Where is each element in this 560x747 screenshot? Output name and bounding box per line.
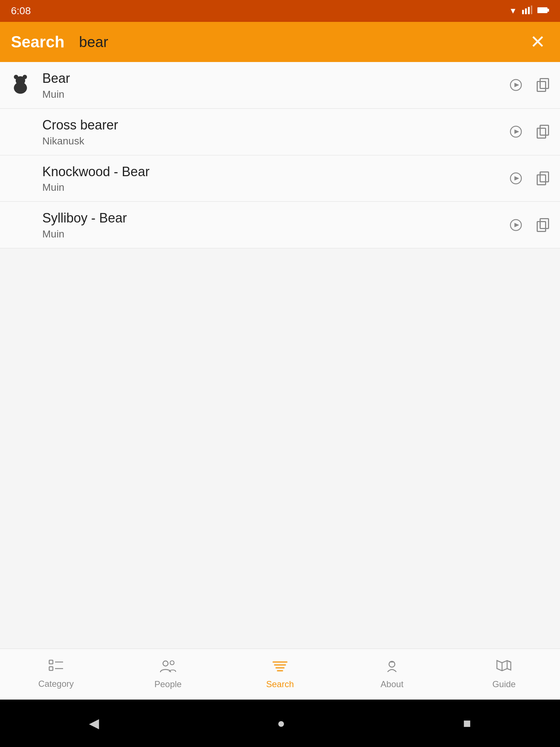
search-input[interactable] — [79, 34, 526, 50]
play-audio-button[interactable] — [506, 215, 526, 235]
signal-icon — [522, 5, 532, 16]
nav-label-category: Category — [38, 679, 74, 689]
item-avatar — [7, 72, 34, 98]
back-button[interactable]: ◀ — [74, 712, 114, 735]
system-nav-bar: ◀ ● ■ — [0, 700, 560, 747]
search-header-title: Search — [11, 33, 65, 51]
svg-point-23 — [170, 661, 174, 665]
copy-button[interactable] — [533, 214, 553, 236]
copy-button[interactable] — [533, 74, 553, 96]
item-text: Sylliboy - Bear Muin — [42, 210, 506, 240]
list-item: Bear Muin — [0, 62, 560, 109]
item-avatar-empty — [7, 119, 34, 145]
wifi-icon: ▼ — [509, 6, 517, 16]
nav-label-search: Search — [266, 679, 294, 689]
svg-point-9 — [23, 75, 27, 79]
item-title: Sylliboy - Bear — [42, 210, 506, 227]
list-item: Cross bearer Nikanusk — [0, 109, 560, 155]
svg-rect-2 — [528, 7, 530, 14]
svg-rect-5 — [548, 9, 549, 12]
battery-icon — [537, 6, 549, 16]
copy-button[interactable] — [533, 168, 553, 189]
nav-item-search[interactable]: Search — [224, 659, 336, 689]
nav-item-guide[interactable]: Guide — [448, 659, 560, 689]
play-audio-button[interactable] — [506, 75, 526, 95]
results-list: Bear Muin Cross bearer Nikanusk — [0, 62, 560, 649]
svg-rect-20 — [49, 667, 53, 670]
nav-item-people[interactable]: People — [112, 659, 224, 689]
item-avatar-empty — [7, 165, 34, 191]
play-audio-button[interactable] — [506, 169, 526, 188]
svg-rect-0 — [522, 10, 524, 14]
nav-label-people: People — [154, 679, 182, 689]
item-actions — [506, 121, 553, 142]
item-subtitle: Muin — [42, 182, 506, 193]
list-item: Sylliboy - Bear Muin — [0, 202, 560, 248]
recents-button[interactable]: ■ — [448, 712, 486, 735]
play-audio-button[interactable] — [506, 122, 526, 142]
bottom-nav: Category People Search — [0, 649, 560, 700]
status-bar: 6:08 ▼ — [0, 0, 560, 22]
svg-rect-18 — [49, 660, 53, 664]
item-actions — [506, 214, 553, 236]
item-text: Cross bearer Nikanusk — [42, 117, 506, 147]
nav-label-about: About — [381, 679, 404, 689]
item-avatar-empty — [7, 212, 34, 238]
status-icons: ▼ — [509, 5, 549, 16]
svg-rect-4 — [537, 8, 547, 13]
item-subtitle: Nikanusk — [42, 135, 506, 147]
svg-marker-11 — [514, 83, 519, 87]
nav-item-about[interactable]: About — [336, 659, 448, 689]
item-title: Bear — [42, 70, 506, 87]
guide-icon — [495, 659, 512, 676]
status-time: 6:08 — [11, 5, 31, 17]
list-item: Knockwood - Bear Muin — [0, 155, 560, 202]
home-button[interactable]: ● — [262, 712, 300, 735]
search-nav-icon — [272, 659, 288, 676]
svg-marker-17 — [514, 223, 519, 227]
about-icon — [384, 659, 400, 676]
item-title: Knockwood - Bear — [42, 163, 506, 181]
item-actions — [506, 168, 553, 189]
item-actions — [506, 74, 553, 96]
svg-marker-15 — [514, 176, 519, 181]
svg-point-22 — [163, 661, 168, 666]
copy-button[interactable] — [533, 121, 553, 142]
item-subtitle: Muin — [42, 228, 506, 240]
search-header: Search ✕ — [0, 22, 560, 62]
svg-rect-3 — [531, 5, 532, 14]
people-icon — [160, 659, 176, 676]
category-icon — [48, 659, 64, 676]
nav-item-category[interactable]: Category — [0, 659, 112, 689]
item-text: Knockwood - Bear Muin — [42, 163, 506, 194]
item-text: Bear Muin — [42, 70, 506, 100]
item-title: Cross bearer — [42, 117, 506, 134]
item-subtitle: Muin — [42, 89, 506, 100]
search-input-container — [79, 34, 526, 50]
search-clear-button[interactable]: ✕ — [526, 31, 549, 53]
svg-marker-13 — [514, 129, 519, 134]
svg-rect-1 — [525, 8, 527, 14]
nav-label-guide: Guide — [492, 679, 516, 689]
svg-point-8 — [14, 75, 18, 79]
